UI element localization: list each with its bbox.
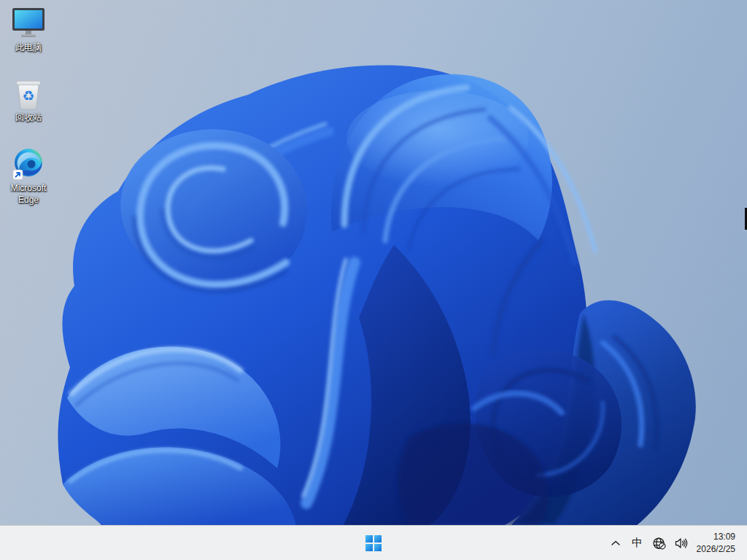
desktop-icon-recycle-bin[interactable]: ♻ 回收站 xyxy=(0,76,57,124)
desktop-icon-label: 此电脑 xyxy=(15,42,42,54)
recycle-bin-icon: ♻ xyxy=(12,76,44,111)
chevron-up-icon xyxy=(610,537,622,549)
desktop-icon-microsoft-edge[interactable]: Microsoft Edge xyxy=(0,147,57,206)
wallpaper-bloom-image xyxy=(0,0,747,525)
network-button[interactable] xyxy=(649,529,670,558)
windows-logo-icon xyxy=(365,535,382,551)
svg-text:♻: ♻ xyxy=(22,88,34,104)
windows-desktop-screen: 此电脑 ♻ 回收站 xyxy=(0,0,747,560)
clock-time: 13:09 xyxy=(713,531,735,542)
desktop-icon-label: 回收站 xyxy=(15,112,42,124)
ime-indicator[interactable]: 中 xyxy=(627,529,649,558)
system-tray: 中 xyxy=(605,526,747,560)
start-button[interactable] xyxy=(359,529,388,558)
tray-chevron-button[interactable] xyxy=(605,529,627,558)
volume-button[interactable] xyxy=(670,529,692,558)
this-pc-icon xyxy=(11,7,46,40)
taskbar: 中 xyxy=(0,525,747,560)
desktop-icon-label: Microsoft Edge xyxy=(1,183,55,206)
ime-label: 中 xyxy=(632,536,643,550)
desktop-surface[interactable]: 此电脑 ♻ 回收站 xyxy=(0,0,747,525)
clock-date: 2026/2/25 xyxy=(697,543,735,555)
edge-browser-icon xyxy=(12,147,45,181)
speaker-icon xyxy=(674,536,689,551)
desktop-icon-this-pc[interactable]: 此电脑 xyxy=(0,6,57,54)
taskbar-clock[interactable]: 13:09 2026/2/25 xyxy=(694,529,738,558)
globe-no-internet-icon xyxy=(652,536,667,551)
